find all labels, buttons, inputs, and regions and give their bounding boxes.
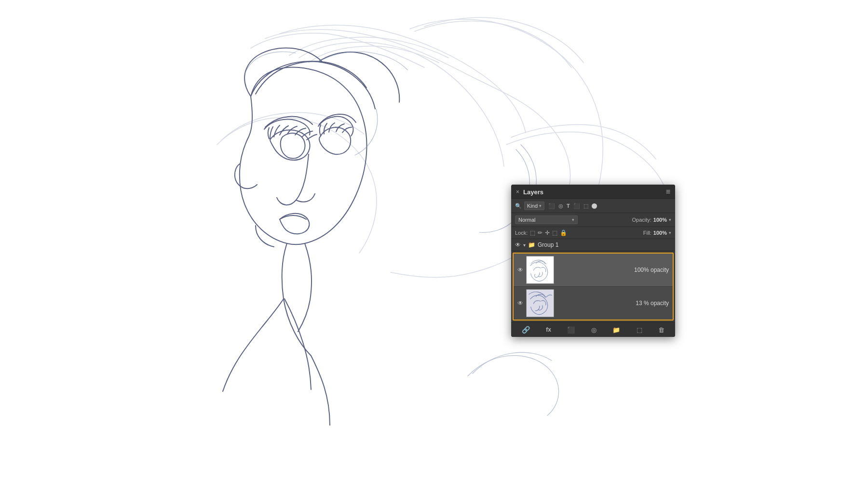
filter-row: 🔍 Kind ▾ ⬛ ◎ T ⬛ ⬚ [511, 199, 675, 213]
group-expand-arrow[interactable]: ▾ [523, 242, 526, 248]
blend-mode-arrow: ▾ [572, 217, 574, 222]
lock-label: Lock: [515, 230, 528, 236]
panel-header: × Layers ≡ [511, 185, 675, 199]
kind-label: Kind [527, 203, 538, 209]
new-layer-button[interactable]: ⬚ [637, 326, 642, 334]
panel-close-button[interactable]: × [516, 188, 519, 195]
layer2-visibility-eye[interactable]: 👁 [517, 300, 523, 307]
blend-mode-dropdown[interactable]: Normal ▾ [515, 215, 578, 224]
delete-layer-button[interactable]: 🗑 [658, 326, 665, 334]
group-content: 👁 100% opacity [513, 253, 674, 321]
canvas-area [0, 0, 868, 482]
fill-value: 100% [653, 230, 667, 236]
layer-mask-button[interactable]: ⬛ [567, 326, 575, 334]
group-folder-icon: 📁 [528, 241, 535, 248]
layer1-opacity-label: 100% opacity [634, 267, 669, 273]
layer-styles-button[interactable]: fx [546, 326, 551, 333]
layer2-opacity-label: 13 % opacity [636, 300, 669, 307]
group-row: 👁 ▾ 📁 Group 1 [511, 239, 675, 251]
opacity-label: Opacity: [632, 217, 651, 223]
search-icon: 🔍 [515, 203, 522, 209]
group-name[interactable]: Group 1 [538, 241, 558, 248]
group-layers-button[interactable]: 📁 [612, 326, 620, 334]
layer-row[interactable]: 👁 100% opacity [514, 254, 673, 287]
blend-opacity-row: Normal ▾ Opacity: 100% ▾ [511, 213, 675, 227]
layer1-thumbnail [526, 256, 554, 284]
link-layers-button[interactable]: 🔗 [522, 326, 530, 334]
lock-fill-row: Lock: ⬚ ✏ ✛ ⬚ 🔒 Fill: 100% ▾ [511, 227, 675, 239]
layer2-thumbnail [526, 289, 554, 317]
panel-title: Layers [523, 188, 666, 196]
lock-transparent-icon[interactable]: ⬚ [530, 229, 535, 236]
fill-label: Fill: [643, 230, 651, 236]
filter-toggle[interactable] [592, 203, 597, 209]
kind-dropdown-arrow: ▾ [539, 203, 542, 208]
layer1-visibility-eye[interactable]: 👁 [517, 267, 523, 273]
kind-dropdown[interactable]: Kind ▾ [524, 201, 544, 210]
lock-image-icon[interactable]: ✏ [538, 229, 542, 236]
lock-all-icon[interactable]: 🔒 [560, 229, 567, 236]
opacity-control[interactable]: Opacity: 100% ▾ [632, 217, 672, 223]
lock-position-icon[interactable]: ✛ [545, 229, 550, 236]
fill-control[interactable]: Fill: 100% ▾ [643, 230, 671, 236]
lock-artboard-icon[interactable]: ⬚ [552, 229, 557, 236]
adjustment-layer-button[interactable]: ◎ [591, 326, 597, 334]
shape-filter-icon[interactable]: ⬛ [573, 203, 580, 209]
blend-mode-label: Normal [518, 217, 535, 223]
smart-filter-icon[interactable]: ⬚ [583, 203, 588, 209]
sketch-drawing [0, 0, 868, 482]
svg-rect-1 [527, 290, 554, 317]
layers-panel: × Layers ≡ 🔍 Kind ▾ ⬛ ◎ T ⬛ ⬚ Normal ▾ O… [511, 185, 675, 337]
panel-menu-button[interactable]: ≡ [666, 187, 670, 196]
filter-icons-container: ⬛ ◎ T ⬛ ⬚ [548, 203, 597, 209]
bottom-toolbar: 🔗 fx ⬛ ◎ 📁 ⬚ 🗑 [511, 322, 675, 337]
pixel-filter-icon[interactable]: ⬛ [548, 203, 555, 209]
opacity-arrow: ▾ [669, 217, 671, 222]
opacity-value: 100% [653, 217, 667, 223]
type-filter-icon[interactable]: T [567, 203, 570, 209]
layer-row[interactable]: 👁 13 % opacity [514, 287, 673, 320]
group-visibility-eye[interactable]: 👁 [515, 241, 521, 248]
fill-arrow: ▾ [669, 230, 671, 235]
adjustment-filter-icon[interactable]: ◎ [558, 203, 563, 209]
